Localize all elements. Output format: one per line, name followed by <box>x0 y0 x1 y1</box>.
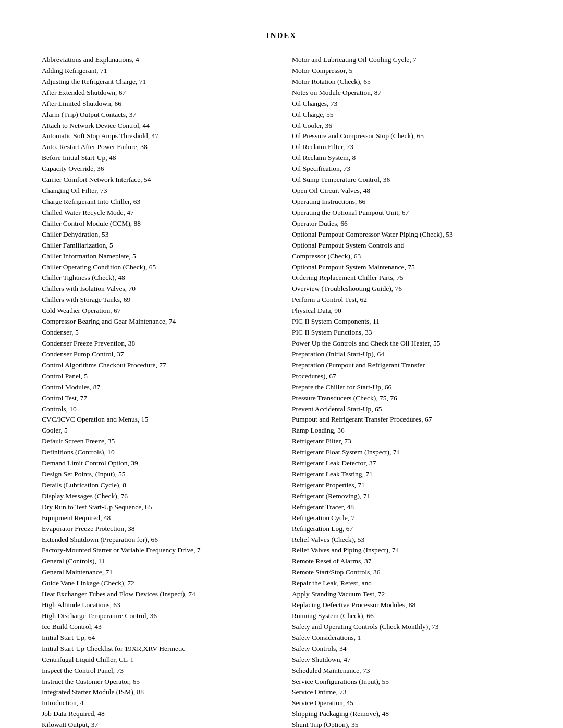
list-item: Adding Refrigerant, 71 <box>42 66 271 77</box>
list-item: Refrigerant Properties, 71 <box>292 480 521 491</box>
list-item: Ice Build Control, 43 <box>42 622 271 633</box>
list-item: Capacity Override, 36 <box>42 164 271 175</box>
list-item: Relief Valves (Check), 53 <box>292 535 521 546</box>
list-item: Instruct the Customer Operator, 65 <box>42 676 271 687</box>
list-item: Control Algorithms Checkout Procedure, 7… <box>42 360 271 371</box>
list-item: Cooler, 5 <box>42 425 271 436</box>
list-item: Introduction, 4 <box>42 698 271 709</box>
list-item: Chiller Operating Condition (Check), 65 <box>42 262 271 273</box>
list-item: Job Data Required, 48 <box>42 709 271 720</box>
list-item: Refrigeration Cycle, 7 <box>292 513 521 524</box>
list-item: Carrier Comfort Network Interface, 54 <box>42 175 271 186</box>
list-item: Operator Duties, 66 <box>292 218 521 229</box>
list-item: PIC II System Functions, 33 <box>292 327 521 338</box>
list-item: Safety and Operating Controls (Check Mon… <box>292 622 521 633</box>
list-item: Prepare the Chiller for Start-Up, 66 <box>292 382 521 393</box>
list-item: Preparation (Initial Start-Up), 64 <box>292 349 521 360</box>
list-item: Chillers with Isolation Valves, 70 <box>42 283 271 294</box>
list-item: Kilowatt Output, 37 <box>42 720 271 728</box>
list-item: High Discharge Temperature Control, 36 <box>42 611 271 622</box>
list-item: Heat Exchanger Tubes and Flow Devices (I… <box>42 589 271 600</box>
list-item: Alarm (Trip) Output Contacts, 37 <box>42 109 271 120</box>
list-item: Refrigerant Filter, 73 <box>292 436 521 447</box>
list-item: Equipment Required, 48 <box>42 513 271 524</box>
list-item: Relief Valves and Piping (Inspect), 74 <box>292 545 521 556</box>
list-item: Before Initial Start-Up, 48 <box>42 153 271 164</box>
list-item: Prevent Accidental Start-Up, 65 <box>292 404 521 415</box>
list-item: Shipping Packaging (Remove), 48 <box>292 709 521 720</box>
list-item: Condenser, 5 <box>42 327 271 338</box>
list-item: Refrigerant Leak Detector, 37 <box>292 458 521 469</box>
list-item: Service Configurations (Input), 55 <box>292 676 521 687</box>
list-item: Abbreviations and Explanations, 4 <box>42 55 271 66</box>
list-item: Display Messages (Check), 76 <box>42 491 271 502</box>
list-item: Compressor (Check), 63 <box>292 251 521 262</box>
list-item: Chiller Control Module (CCM), 88 <box>42 218 271 229</box>
list-item: After Limited Shutdown, 66 <box>42 98 271 109</box>
list-item: Procedures), 67 <box>292 371 521 382</box>
list-item: Shunt Trip (Option), 35 <box>292 720 521 728</box>
list-item: Chiller Tightness (Check), 48 <box>42 273 271 283</box>
list-item: Guide Vane Linkage (Check), 72 <box>42 578 271 589</box>
list-item: Chiller Information Nameplate, 5 <box>42 251 271 262</box>
list-item: Definitions (Controls), 10 <box>42 447 271 458</box>
list-item: Oil Specification, 73 <box>292 164 521 175</box>
list-item: Design Set Points, (Input), 55 <box>42 469 271 480</box>
list-item: Automatic Soft Stop Amps Threshold, 47 <box>42 131 271 142</box>
list-item: Operating Instructions, 66 <box>292 196 521 207</box>
list-item: Centrifugal Liquid Chiller, CL-1 <box>42 655 271 665</box>
list-item: Control Test, 77 <box>42 393 271 404</box>
list-item: Apply Standing Vacuum Test, 72 <box>292 589 521 600</box>
list-item: PIC II System Components, 11 <box>292 316 521 327</box>
list-item: Evaporator Freeze Protection, 38 <box>42 524 271 535</box>
list-item: Motor-Compressor, 5 <box>292 66 521 77</box>
right-column: Motor and Lubricating Oil Cooling Cycle,… <box>292 55 521 728</box>
list-item: CVC/ICVC Operation and Menus, 15 <box>42 414 271 425</box>
list-item: Dry Run to Test Start-Up Sequence, 65 <box>42 502 271 513</box>
list-item: Oil Pressure and Compressor Stop (Check)… <box>292 131 521 142</box>
list-item: Oil Changes, 73 <box>292 98 521 109</box>
list-item: Service Ontime, 73 <box>292 687 521 698</box>
list-item: Oil Sump Temperature Control, 36 <box>292 175 521 186</box>
list-item: High Altitude Locations, 63 <box>42 600 271 611</box>
list-item: Inspect the Control Panel, 73 <box>42 665 271 676</box>
list-item: Notes on Module Operation, 87 <box>292 88 521 98</box>
list-item: Optional Pumpout Compressor Water Piping… <box>292 229 521 240</box>
list-item: Overview (Troubleshooting Guide), 76 <box>292 283 521 294</box>
list-item: Oil Charge, 55 <box>292 109 521 120</box>
list-item: Charge Refrigerant Into Chiller, 63 <box>42 196 271 207</box>
list-item: Optional Pumpout System Controls and <box>292 240 521 251</box>
list-item: Optional Pumpout System Maintenance, 75 <box>292 262 521 273</box>
list-item: Compressor Bearing and Gear Maintenance,… <box>42 316 271 327</box>
list-item: After Extended Shutdown, 67 <box>42 88 271 98</box>
list-item: Remote Start/Stop Controls, 36 <box>292 567 521 578</box>
list-item: Repair the Leak, Retest, and <box>292 578 521 589</box>
list-item: Refrigeration Log, 67 <box>292 524 521 535</box>
list-item: General (Controls), 11 <box>42 556 271 567</box>
list-item: Condenser Freeze Prevention, 38 <box>42 338 271 349</box>
list-item: Default Screen Freeze, 35 <box>42 436 271 447</box>
list-item: Scheduled Maintenance, 73 <box>292 665 521 676</box>
list-item: Control Modules, 87 <box>42 382 271 393</box>
list-item: Factory-Mounted Starter or Variable Freq… <box>42 545 271 556</box>
list-item: Perform a Control Test, 62 <box>292 294 521 305</box>
list-item: Motor and Lubricating Oil Cooling Cycle,… <box>292 55 521 66</box>
list-item: Initial Start-Up Checklist for 19XR,XRV … <box>42 644 271 655</box>
list-item: Adjusting the Refrigerant Charge, 71 <box>42 77 271 88</box>
list-item: Ramp Loading, 36 <box>292 425 521 436</box>
list-item: Motor Rotation (Check), 65 <box>292 77 521 88</box>
list-item: Refrigerant Tracer, 48 <box>292 502 521 513</box>
list-item: Running System (Check), 66 <box>292 611 521 622</box>
list-item: Cold Weather Operation, 67 <box>42 305 271 316</box>
list-item: Oil Cooler, 36 <box>292 120 521 131</box>
list-item: Pressure Transducers (Check), 75, 76 <box>292 393 521 404</box>
list-item: Refrigerant Float System (Inspect), 74 <box>292 447 521 458</box>
list-item: Safety Controls, 34 <box>292 644 521 655</box>
list-item: Chiller Familiarization, 5 <box>42 240 271 251</box>
list-item: Integrated Starter Module (ISM), 88 <box>42 687 271 698</box>
list-item: Replacing Defective Processor Modules, 8… <box>292 600 521 611</box>
list-item: Controls, 10 <box>42 404 271 415</box>
list-item: Initial Start-Up, 64 <box>42 633 271 644</box>
list-item: Ordering Replacement Chiller Parts, 75 <box>292 273 521 283</box>
list-item: Safety Shutdown, 47 <box>292 655 521 665</box>
